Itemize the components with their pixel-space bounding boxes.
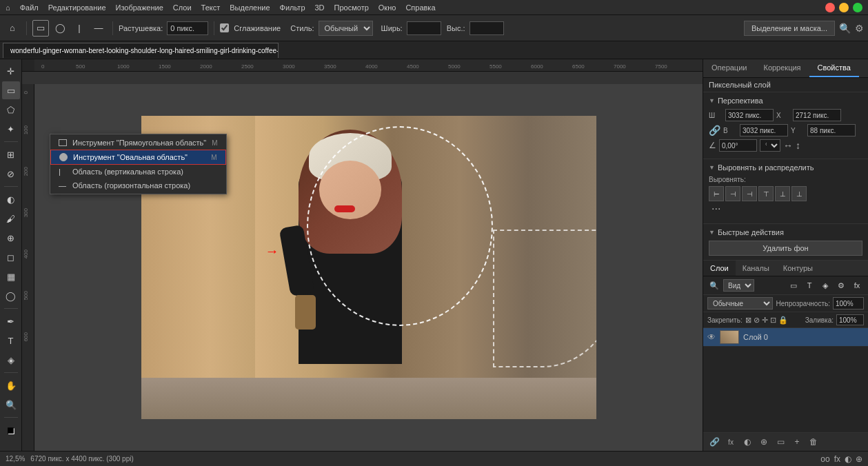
- width-prop-input[interactable]: [725, 109, 774, 121]
- zoom-tool[interactable]: 🔍: [2, 396, 20, 414]
- eraser-tool[interactable]: ◻: [2, 248, 20, 266]
- status-mask-icon[interactable]: ◐: [845, 454, 851, 464]
- align-title[interactable]: ▼ Выровнять и распределить: [709, 163, 862, 172]
- tab-contours[interactable]: Контуры: [776, 261, 820, 276]
- menu-item-filter[interactable]: Фильтр: [280, 3, 305, 12]
- chain-link-icon[interactable]: 🔗: [709, 125, 720, 136]
- shape-tool[interactable]: ◈: [2, 351, 20, 369]
- brush-tool[interactable]: 🖌: [2, 210, 20, 227]
- lasso-tool[interactable]: ⬠: [2, 101, 20, 119]
- marquee-oval-icon[interactable]: ◯: [52, 20, 68, 37]
- marquee-tool[interactable]: ▭: [2, 81, 20, 99]
- text-tool[interactable]: T: [2, 332, 20, 350]
- menu-item-window[interactable]: Окно: [379, 3, 396, 12]
- crop-tool[interactable]: ⊞: [2, 145, 20, 163]
- menu-item-image[interactable]: Изображение: [116, 3, 163, 12]
- filter-smart-icon[interactable]: ⚙: [834, 278, 848, 292]
- flip-v-icon[interactable]: ↕: [796, 140, 800, 151]
- window-minimize-button[interactable]: [839, 3, 849, 12]
- filter-pixel-icon[interactable]: ▭: [787, 278, 800, 292]
- width-input[interactable]: [407, 21, 441, 35]
- align-bottom-button[interactable]: ⊥: [791, 186, 807, 201]
- menu-item-text[interactable]: Текст: [201, 3, 221, 12]
- marquee-rect-icon[interactable]: ▭: [32, 20, 49, 37]
- layer-item-0[interactable]: 👁 Слой 0: [703, 328, 868, 347]
- dropdown-hline-marquee[interactable]: — Область (горизонтальная строка): [50, 179, 226, 192]
- eyedropper-tool[interactable]: ⊘: [2, 165, 20, 183]
- settings-icon[interactable]: ⚙: [855, 23, 864, 34]
- dropdown-vline-marquee[interactable]: | Область (вертикальная строка): [50, 165, 226, 179]
- perspective-title[interactable]: ▼ Перспектива: [709, 97, 862, 105]
- dropdown-rect-marquee[interactable]: Инструмент "Прямоугольная область" М: [50, 136, 226, 150]
- gradient-tool[interactable]: ▦: [2, 267, 20, 285]
- pen-tool[interactable]: ✒: [2, 312, 20, 330]
- more-options-button[interactable]: ···: [709, 201, 723, 216]
- window-maximize-button[interactable]: [853, 3, 862, 12]
- layers-mask-icon[interactable]: ◐: [740, 435, 754, 449]
- home-tool-icon[interactable]: ⌂: [4, 20, 21, 37]
- status-fx-icon[interactable]: fx: [834, 454, 840, 464]
- tab-operations[interactable]: Операции: [703, 59, 755, 77]
- y-prop-input[interactable]: [807, 124, 856, 136]
- layer-visibility-toggle[interactable]: 👁: [707, 332, 716, 342]
- remove-bg-button[interactable]: Удалить фон: [709, 241, 862, 256]
- select-mask-button[interactable]: Выделение и маска...: [744, 21, 835, 36]
- blend-mode-select[interactable]: Обычные: [707, 297, 773, 310]
- feather-input[interactable]: [167, 21, 208, 35]
- marquee-hline-icon[interactable]: —: [90, 20, 107, 37]
- status-adjust-icon[interactable]: ⊕: [856, 454, 862, 464]
- style-select[interactable]: Обычный: [319, 21, 373, 36]
- menu-item-select[interactable]: Выделение: [230, 3, 270, 12]
- menu-item-layers[interactable]: Слои: [173, 3, 192, 12]
- align-center-h-button[interactable]: ⊣: [725, 186, 740, 201]
- lock-move-icon[interactable]: ✛: [762, 316, 768, 325]
- align-right-button[interactable]: ⊣: [742, 186, 757, 201]
- heal-tool[interactable]: ◐: [2, 190, 20, 208]
- dropdown-oval-marquee[interactable]: Инструмент "Овальная область" М: [50, 150, 226, 165]
- hand-tool[interactable]: ✋: [2, 376, 20, 394]
- layers-adjustment-icon[interactable]: ⊕: [757, 435, 771, 449]
- lock-gradient-icon[interactable]: ⊘: [754, 316, 760, 325]
- filter-text-icon[interactable]: T: [803, 278, 816, 292]
- quick-actions-title[interactable]: ▼ Быстрые действия: [709, 228, 862, 236]
- menu-item-3d[interactable]: 3D: [315, 3, 325, 12]
- document-tab[interactable]: wonderful-ginger-woman-beret-looking-sho…: [3, 43, 279, 58]
- tab-properties[interactable]: Свойства: [809, 59, 859, 77]
- smooth-checkbox[interactable]: [220, 23, 229, 32]
- angle-input[interactable]: [719, 139, 757, 152]
- filter-fx-icon[interactable]: fx: [850, 278, 864, 292]
- menu-item-view[interactable]: Просмотр: [334, 3, 369, 12]
- x-prop-input[interactable]: [793, 109, 841, 121]
- dodge-tool[interactable]: ◯: [2, 287, 20, 305]
- lock-artboard-icon[interactable]: ⊡: [770, 316, 776, 325]
- layers-kind-select[interactable]: Вид: [723, 279, 754, 292]
- height-input[interactable]: [470, 21, 504, 35]
- home-menu-icon[interactable]: ⌂: [6, 3, 10, 12]
- canvas-area[interactable]: 0 500 1000 1500 2000 2500 3000 3500 4000…: [22, 59, 703, 451]
- lock-pixel-icon[interactable]: ⊠: [745, 316, 751, 325]
- layers-new-icon[interactable]: +: [790, 435, 804, 449]
- menu-item-help[interactable]: Справка: [405, 3, 435, 12]
- layers-link-icon[interactable]: 🔗: [707, 435, 721, 449]
- window-close-button[interactable]: [825, 3, 835, 12]
- angle-unit-select[interactable]: °: [760, 139, 780, 152]
- move-tool[interactable]: ✛: [2, 62, 20, 80]
- flip-h-icon[interactable]: ↔: [783, 140, 793, 151]
- menu-item-edit[interactable]: Редактирование: [48, 3, 106, 12]
- status-info-icon[interactable]: oo: [820, 454, 829, 464]
- marquee-vline-icon[interactable]: |: [71, 20, 88, 37]
- align-left-button[interactable]: ⊢: [709, 186, 724, 201]
- height-prop-input[interactable]: [740, 124, 788, 136]
- stamp-tool[interactable]: ⊕: [2, 229, 20, 247]
- layers-fx-icon[interactable]: fx: [724, 435, 738, 449]
- align-top-button[interactable]: ⊤: [758, 186, 774, 201]
- foreground-color[interactable]: ■: [2, 421, 20, 439]
- wand-tool[interactable]: ✦: [2, 120, 20, 138]
- filter-shape-icon[interactable]: ◈: [818, 278, 832, 292]
- menu-item-file[interactable]: Файл: [20, 3, 39, 12]
- tab-correction[interactable]: Коррекция: [755, 59, 809, 77]
- tab-channels[interactable]: Каналы: [736, 261, 776, 276]
- fill-input[interactable]: [836, 314, 864, 325]
- align-center-v-button[interactable]: ⊥: [775, 186, 790, 201]
- opacity-input[interactable]: [833, 297, 864, 310]
